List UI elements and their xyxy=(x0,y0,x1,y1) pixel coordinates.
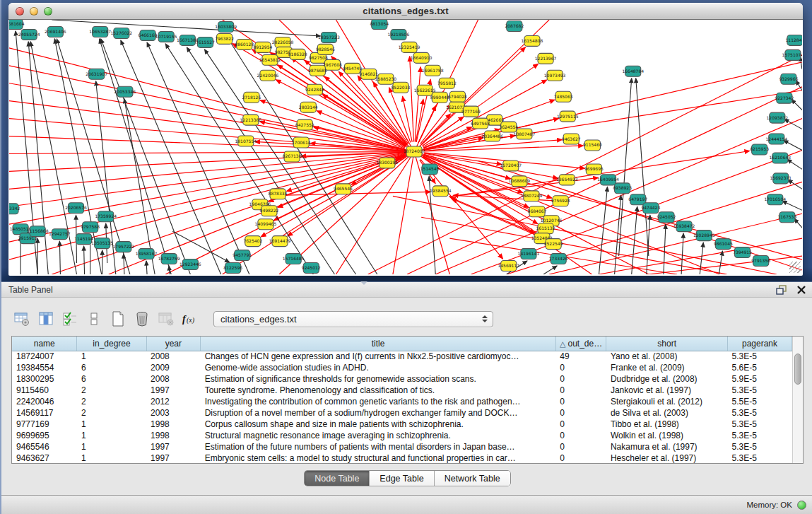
graph-edge[interactable] xyxy=(9,151,414,206)
cell-year[interactable]: 2012 xyxy=(146,396,201,407)
create-column-button[interactable] xyxy=(107,309,129,329)
graph-edge[interactable] xyxy=(147,42,249,274)
cell-name[interactable]: 9465546 xyxy=(12,441,77,452)
graph-node[interactable]: 28226058 xyxy=(272,37,294,47)
cell-pagerank[interactable]: 5.3E-5 xyxy=(728,419,792,430)
float-panel-button[interactable] xyxy=(774,284,789,296)
graph-node[interactable]: 7615527 xyxy=(196,37,215,47)
cell-pagerank[interactable]: 5.3E-5 xyxy=(728,407,792,419)
graph-node[interactable]: 16210643 xyxy=(769,153,791,163)
graph-node[interactable]: 1167533 xyxy=(777,212,796,223)
graph-edge[interactable] xyxy=(792,100,802,110)
graph-node[interactable]: 6497568 xyxy=(471,118,490,129)
graph-node[interactable]: 17016504 xyxy=(764,194,786,205)
graph-node[interactable]: 2803144 xyxy=(299,102,318,112)
graph-node[interactable]: 9828546 xyxy=(316,44,335,54)
graph-node[interactable]: 12325419 xyxy=(399,42,420,52)
cell-title[interactable]: Embryonic stem cells: a model to study s… xyxy=(201,452,556,464)
cell-title[interactable]: Disruption of a novel member of a sodium… xyxy=(201,407,556,419)
graph-node[interactable]: 16543812 xyxy=(259,54,281,65)
graph-edge[interactable] xyxy=(784,141,802,151)
graph-node[interactable]: 6466160 xyxy=(139,30,158,40)
graph-node[interactable]: 13958167 xyxy=(136,249,158,259)
graph-node[interactable]: 8427552 xyxy=(295,119,314,130)
graph-node[interactable]: 9756928 xyxy=(551,196,570,206)
graph-node[interactable]: 12213967 xyxy=(535,53,557,64)
graph-node[interactable]: 9861045 xyxy=(714,239,733,250)
graph-node[interactable]: 18640910 xyxy=(411,52,433,63)
graph-node[interactable]: 9498222 xyxy=(260,206,279,216)
graph-node[interactable]: 16154808 xyxy=(522,35,543,46)
graph-node[interactable]: 18300295 xyxy=(377,158,399,168)
cell-title[interactable]: Investigating the contribution of common… xyxy=(201,396,556,407)
graph-node[interactable]: 8878334 xyxy=(269,189,288,199)
graph-node[interactable]: 7955812 xyxy=(437,78,457,88)
graph-node[interactable]: 10807487 xyxy=(514,129,536,139)
graph-node[interactable]: 20364486 xyxy=(481,131,503,141)
graph-node[interactable]: 16033809 xyxy=(215,21,237,32)
column-header-name[interactable]: name xyxy=(12,337,77,351)
graph-edge[interactable] xyxy=(288,157,406,236)
cell-year[interactable]: 1997 xyxy=(146,385,201,396)
cell-in_degree[interactable]: 2 xyxy=(77,407,146,419)
graph-node[interactable]: 8122596 xyxy=(223,263,242,274)
graph-node[interactable]: 8522033 xyxy=(392,82,411,93)
cell-short[interactable]: Dudbridge et al. (2008) xyxy=(606,373,728,385)
graph-node[interactable]: 17957222 xyxy=(113,242,135,252)
table-row[interactable]: 1456911722003Disruption of a novel membe… xyxy=(12,407,792,419)
graph-node[interactable]: 20053346 xyxy=(114,86,136,97)
graph-node[interactable]: 18807249 xyxy=(521,191,543,201)
cell-out_de[interactable]: 0 xyxy=(555,396,606,407)
graph-node[interactable]: 14196141 xyxy=(518,249,540,259)
graph-node[interactable]: 9465546 xyxy=(334,184,353,194)
cell-year[interactable]: 2008 xyxy=(146,373,201,385)
graph-edge[interactable] xyxy=(336,151,414,274)
graph-node[interactable]: 13654923 xyxy=(556,175,578,185)
graph-node[interactable]: 12093872 xyxy=(766,112,788,123)
graph-node[interactable]: 9245052 xyxy=(657,212,676,223)
graph-node[interactable]: 14099465 xyxy=(255,219,277,230)
graph-node[interactable]: 1681604 xyxy=(9,20,25,29)
graph-node[interactable]: 9791356 xyxy=(751,256,770,267)
graph-node[interactable]: 2718126 xyxy=(242,92,261,103)
cell-pagerank[interactable]: 5.3E-5 xyxy=(728,441,792,452)
window-titlebar[interactable]: citations_edges.txt xyxy=(8,3,803,20)
graph-node[interactable]: 15720407 xyxy=(500,160,522,171)
cell-in_degree[interactable]: 2 xyxy=(77,385,146,396)
cell-in_degree[interactable]: 1 xyxy=(77,441,146,452)
graph-node[interactable]: 10973493 xyxy=(544,70,566,81)
cell-title[interactable]: Structural magnetic resonance image aver… xyxy=(201,430,556,441)
cell-title[interactable]: Tourette syndrome. Phenomenology and cla… xyxy=(201,385,556,396)
graph-edge[interactable] xyxy=(787,159,802,169)
delete-table-button-disabled[interactable] xyxy=(155,309,177,329)
graph-edge[interactable] xyxy=(9,151,414,171)
select-columns-button[interactable] xyxy=(35,309,57,329)
table-row[interactable]: 946554611997Estimation of the future num… xyxy=(12,441,792,452)
cell-pagerank[interactable]: 5.6E-5 xyxy=(728,362,792,373)
graph-node[interactable]: 8938923 xyxy=(613,183,632,194)
cell-pagerank[interactable]: 5.9E-5 xyxy=(728,373,792,385)
cell-in_degree[interactable]: 1 xyxy=(77,430,146,441)
cell-name[interactable]: 9115460 xyxy=(12,385,77,396)
cell-pagerank[interactable]: 5.3E-5 xyxy=(728,351,792,362)
graph-edge[interactable] xyxy=(619,78,632,256)
graph-node[interactable]: 15716485 xyxy=(283,254,305,264)
cell-pagerank[interactable]: 5.3E-5 xyxy=(728,452,792,464)
cell-name[interactable]: 9777169 xyxy=(12,419,77,430)
graph-node[interactable]: 2087682 xyxy=(505,21,524,31)
graph-node[interactable]: 12213386 xyxy=(240,115,261,125)
graph-node[interactable]: 7485063 xyxy=(554,91,573,102)
graph-node[interactable]: 9875685 xyxy=(308,65,327,76)
cell-in_degree[interactable]: 1 xyxy=(77,351,146,362)
cell-pagerank[interactable]: 5.3E-5 xyxy=(728,385,792,396)
cell-in_degree[interactable]: 6 xyxy=(77,362,146,373)
graph-node[interactable]: 18724007 xyxy=(404,146,425,157)
graph-node[interactable]: 9242848 xyxy=(305,84,324,95)
graph-edge[interactable] xyxy=(649,256,802,274)
graph-node[interactable]: 17359924 xyxy=(95,211,117,222)
cell-short[interactable]: Tibbo et al. (1998) xyxy=(606,419,728,430)
cell-name[interactable]: 14569117 xyxy=(12,407,77,419)
cell-out_de[interactable]: 49 xyxy=(555,351,606,362)
table-row[interactable]: 1872400712008Changes of HCN gene express… xyxy=(12,351,792,362)
graph-node[interactable]: 10719155 xyxy=(155,31,177,42)
